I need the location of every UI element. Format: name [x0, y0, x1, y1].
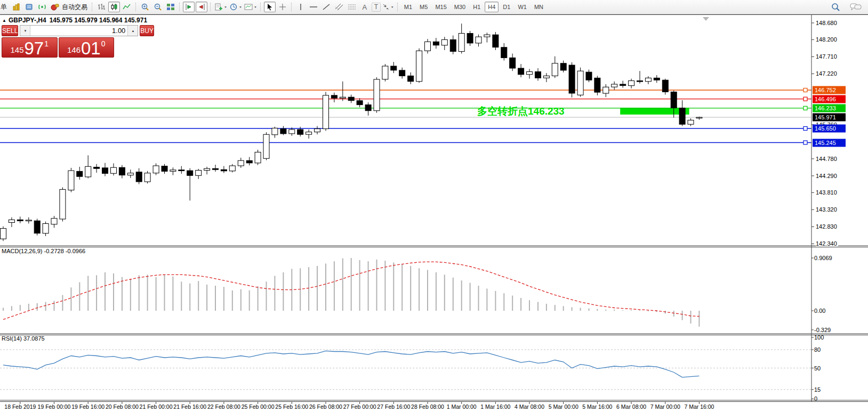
- vertical-line-tool-icon[interactable]: [295, 2, 307, 12]
- candle: [662, 80, 668, 92]
- zoom-in-icon[interactable]: [139, 2, 151, 12]
- toolbar-separator: [135, 3, 136, 11]
- candle: [102, 168, 108, 174]
- autotrading-label[interactable]: 自动交易: [62, 3, 87, 12]
- candle: [552, 63, 558, 76]
- symbol-ohlc: 145.975 145.979 145.964 145.971: [50, 17, 148, 24]
- text-tool-icon[interactable]: A: [359, 2, 371, 12]
- new-order-button[interactable]: 单: [0, 2, 10, 12]
- candle: [467, 34, 473, 43]
- chart-shift-icon[interactable]: [183, 2, 195, 12]
- price-line-handle[interactable]: [803, 141, 807, 144]
- volume-input[interactable]: [30, 26, 127, 36]
- periods-icon[interactable]: ▼: [229, 2, 243, 12]
- buy-price-button[interactable]: 146 01 0: [59, 37, 115, 58]
- price-line-handle[interactable]: [803, 88, 807, 92]
- price-line-handle[interactable]: [803, 97, 807, 101]
- candle: [51, 219, 57, 224]
- candle: [501, 47, 507, 58]
- timeframe-button-M30[interactable]: M30: [451, 2, 469, 12]
- timeframe-button-M5[interactable]: M5: [416, 2, 431, 12]
- candle: [569, 65, 575, 93]
- market-watch-icon[interactable]: [11, 2, 22, 12]
- rsi-line: [3, 351, 699, 377]
- candle: [111, 167, 117, 173]
- chart-shift-marker-icon[interactable]: [703, 17, 709, 21]
- candle: [382, 66, 388, 79]
- candle: [1, 229, 6, 239]
- candle: [645, 78, 651, 82]
- channel-tool-icon[interactable]: [333, 2, 345, 12]
- text-label-tool-icon[interactable]: T: [372, 3, 381, 12]
- candle: [560, 63, 566, 70]
- candle: [136, 172, 142, 182]
- chevron-down-icon: ▼: [224, 6, 227, 9]
- arrows-tool-icon[interactable]: ▼: [382, 2, 395, 12]
- sell-price-button[interactable]: 145 97 1: [2, 37, 58, 58]
- trendline-tool-icon[interactable]: [320, 2, 332, 12]
- candle: [620, 84, 626, 86]
- candle: [374, 79, 380, 111]
- candle: [612, 84, 617, 87]
- candle: [34, 221, 40, 233]
- candle: [459, 34, 464, 52]
- timeframe-button-H1[interactable]: H1: [470, 2, 484, 12]
- candle: [298, 130, 303, 134]
- buy-price-prefix: 146: [67, 45, 81, 54]
- toolbar-separator: [92, 3, 93, 11]
- candle: [510, 58, 516, 68]
- candle: [60, 189, 66, 219]
- highlight-rectangle[interactable]: [620, 108, 689, 115]
- tile-windows-icon[interactable]: [165, 2, 176, 12]
- candle: [196, 171, 202, 176]
- collapse-triangle-icon[interactable]: ▲: [2, 18, 6, 23]
- symbol-header: ▲ GBPJPY-,H4 145.975 145.979 145.964 145…: [2, 17, 147, 24]
- volume-decrease-icon[interactable]: ▼: [20, 26, 30, 36]
- price-line-handle[interactable]: [803, 127, 807, 131]
- candle: [229, 166, 235, 171]
- chevron-down-icon: ▼: [239, 6, 242, 9]
- timeframe-button-M1[interactable]: M1: [401, 2, 415, 12]
- candle: [187, 171, 193, 175]
- timeframe-button-M15[interactable]: M15: [432, 2, 449, 12]
- candle: [68, 171, 74, 190]
- candle: [9, 220, 14, 222]
- crosshair-icon[interactable]: [277, 2, 288, 12]
- bar-chart-icon[interactable]: [95, 2, 107, 12]
- signals-icon[interactable]: [36, 2, 48, 12]
- indicators-add-icon[interactable]: ▼: [214, 2, 228, 12]
- fibonacci-tool-icon[interactable]: [346, 2, 358, 12]
- candle: [629, 81, 634, 86]
- price-line-handle[interactable]: [803, 106, 807, 110]
- candle: [688, 120, 694, 124]
- timeframe-button-H4[interactable]: H4: [485, 2, 499, 12]
- buy-price-big: 01: [81, 40, 101, 56]
- volume-increase-icon[interactable]: ▲: [127, 26, 138, 36]
- timeframe-button-MN[interactable]: MN: [531, 2, 546, 12]
- horizontal-line-tool-icon[interactable]: [308, 2, 319, 12]
- chevron-down-icon: ▼: [391, 6, 394, 9]
- cursor-icon[interactable]: [264, 2, 276, 12]
- chart-canvas[interactable]: [0, 0, 868, 412]
- search-icon[interactable]: [830, 2, 841, 12]
- data-window-icon[interactable]: [23, 2, 35, 12]
- auto-scroll-icon[interactable]: [196, 2, 207, 12]
- line-chart-icon[interactable]: [121, 2, 133, 12]
- candle: [476, 37, 481, 43]
- candle: [594, 78, 600, 92]
- candle: [263, 134, 269, 158]
- candle: [399, 70, 405, 76]
- chat-icon[interactable]: [849, 2, 862, 12]
- buy-button[interactable]: BUY: [140, 25, 154, 36]
- volume-stepper: ▼ ▲: [20, 25, 138, 36]
- candle: [43, 224, 49, 233]
- timeframe-button-D1[interactable]: D1: [500, 2, 513, 12]
- zoom-out-icon[interactable]: [152, 2, 164, 12]
- sell-button[interactable]: SELL: [2, 25, 18, 36]
- templates-icon[interactable]: ▼: [244, 2, 258, 12]
- candlestick-chart-icon[interactable]: [108, 2, 120, 12]
- autotrading-icon[interactable]: [49, 2, 61, 12]
- candle: [289, 130, 295, 134]
- timeframe-button-W1[interactable]: W1: [515, 2, 530, 12]
- candle: [119, 167, 125, 175]
